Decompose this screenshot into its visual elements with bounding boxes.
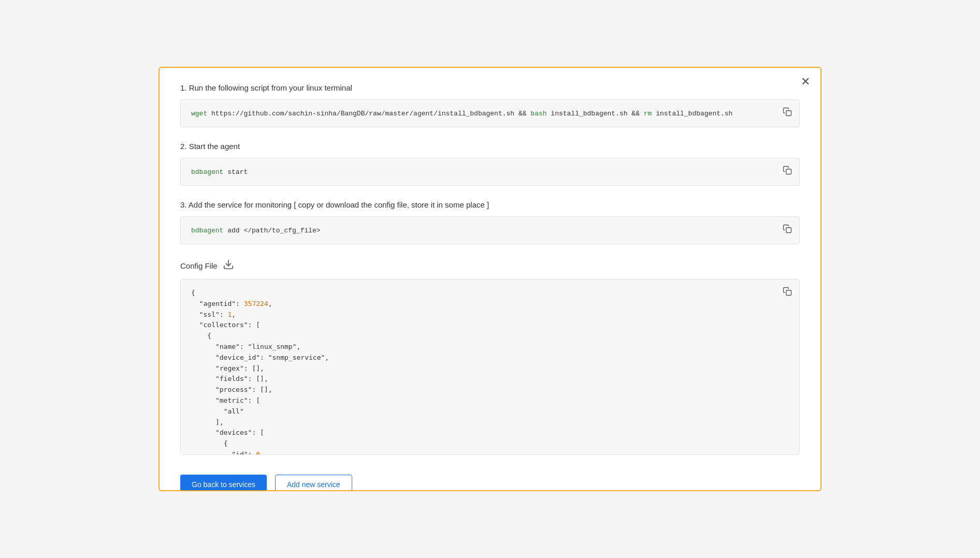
step3-label: 3. Add the service for monitoring [ copy… xyxy=(180,200,800,209)
step2-keyword: bdbagent xyxy=(191,168,223,176)
step1-keyword-rm: rm xyxy=(644,110,652,118)
config-code-block: { "agentid": 357224, "ssl": 1, "collecto… xyxy=(180,279,800,455)
step3-code-block: bdbagent add </path/to_cfg_file> xyxy=(180,216,800,244)
config-section: Config File { "agentid": 357224, "ssl": … xyxy=(180,259,800,455)
svg-rect-0 xyxy=(786,111,791,116)
step1-text2: install_bdbagent.sh && xyxy=(547,110,644,118)
footer-bar: Go back to services Add new service xyxy=(180,469,800,491)
step2-code-block: bdbagent start xyxy=(180,158,800,186)
step2-text: start xyxy=(223,168,248,176)
step1-keyword-wget: wget xyxy=(191,110,207,118)
svg-rect-4 xyxy=(786,290,791,296)
step1-label: 1. Run the following script from your li… xyxy=(180,83,800,92)
step1-copy-button[interactable] xyxy=(782,106,793,120)
download-icon[interactable] xyxy=(223,259,234,273)
modal-wrapper: ✕ 1. Run the following script from your … xyxy=(158,67,822,491)
config-label-row: Config File xyxy=(180,259,800,273)
config-file-label: Config File xyxy=(180,261,218,270)
config-copy-button[interactable] xyxy=(782,286,793,300)
step1-keyword-bash: bash xyxy=(530,110,546,118)
step3-keyword: bdbagent xyxy=(191,227,223,234)
close-button[interactable]: ✕ xyxy=(801,76,810,87)
setup-modal: ✕ 1. Run the following script from your … xyxy=(158,67,822,491)
go-back-button[interactable]: Go back to services xyxy=(180,475,267,491)
step2-label: 2. Start the agent xyxy=(180,142,800,151)
step3-text: add </path/to_cfg_file> xyxy=(223,227,320,234)
config-brace-open: { xyxy=(191,289,195,297)
step2-copy-button[interactable] xyxy=(782,165,793,179)
add-new-service-button[interactable]: Add new service xyxy=(275,475,352,491)
svg-rect-2 xyxy=(786,228,791,233)
step1-code-block: wget https://github.com/sachin-sinha/Ban… xyxy=(180,99,800,127)
step3-copy-button[interactable] xyxy=(782,223,793,237)
step1-text1: https://github.com/sachin-sinha/BangDB/r… xyxy=(207,110,530,118)
svg-rect-1 xyxy=(786,169,791,174)
step1-text3: install_bdbagent.sh xyxy=(652,110,732,118)
